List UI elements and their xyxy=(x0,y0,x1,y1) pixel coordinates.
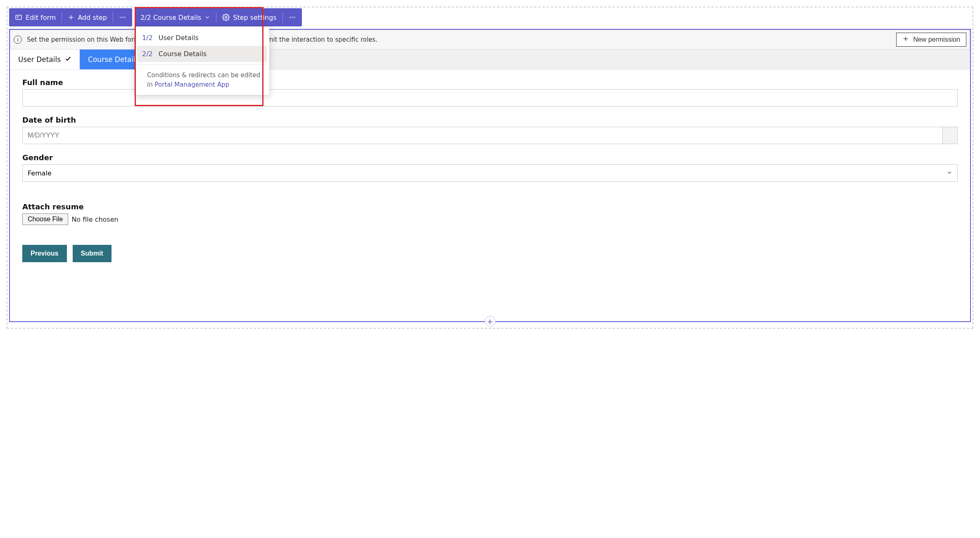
file-status: No file chosen xyxy=(71,216,118,223)
step-settings-label: Step settings xyxy=(233,14,276,21)
new-permission-label: New permission xyxy=(913,36,960,43)
tab-label: Course Details xyxy=(88,55,139,64)
step-index: 1/2 xyxy=(142,34,153,42)
gear-icon xyxy=(222,14,230,21)
form-icon xyxy=(15,14,22,21)
previous-button[interactable]: Previous xyxy=(22,245,67,262)
dob-input[interactable] xyxy=(22,127,943,144)
portal-management-link[interactable]: Portal Management App xyxy=(155,81,230,88)
dob-label: Date of birth xyxy=(22,116,958,124)
step-dropdown-panel: 1/2 User Details 2/2 Course Details Cond… xyxy=(135,26,269,95)
more-icon xyxy=(119,14,126,21)
choose-file-button[interactable]: Choose File xyxy=(22,213,68,225)
new-permission-button[interactable]: New permission xyxy=(896,33,966,47)
step-dropdown-button[interactable]: 2/2 Course Details xyxy=(135,8,216,26)
step-index: 2/2 xyxy=(142,50,153,58)
svg-point-7 xyxy=(124,17,126,18)
chevron-down-icon xyxy=(947,169,952,177)
step-settings-button[interactable]: Step settings xyxy=(216,8,282,26)
step-dropdown-label: 2/2 Course Details xyxy=(140,14,201,21)
add-step-label: Add step xyxy=(78,14,107,21)
form-body: Full name Date of birth Gender Female At… xyxy=(10,70,970,271)
gender-value: Female xyxy=(28,169,52,177)
toolbar: Edit form Add step 2/2 Course Details St… xyxy=(9,8,971,26)
edit-form-button[interactable]: Edit form xyxy=(9,8,62,26)
field-attach-resume: Attach resume Choose File No file chosen xyxy=(22,202,958,225)
more-icon xyxy=(289,14,296,21)
field-gender: Gender Female xyxy=(22,153,958,182)
resume-label: Attach resume xyxy=(22,202,958,211)
svg-point-9 xyxy=(289,17,291,18)
svg-point-10 xyxy=(292,17,293,18)
chevron-down-icon xyxy=(204,14,210,20)
step-option-user-details[interactable]: 1/2 User Details xyxy=(137,30,267,46)
plus-icon xyxy=(902,36,909,44)
add-section-handle[interactable]: + xyxy=(485,316,496,327)
plus-icon xyxy=(68,14,74,21)
step-option-label: Course Details xyxy=(159,50,206,58)
step-option-course-details[interactable]: 2/2 Course Details xyxy=(137,46,267,62)
tab-label: User Details xyxy=(18,55,61,64)
dropdown-footer: Conditions & redirects can be edited in … xyxy=(137,64,267,89)
tab-user-details[interactable]: User Details xyxy=(10,50,80,69)
svg-point-6 xyxy=(122,17,123,18)
check-icon xyxy=(65,55,71,64)
gender-select[interactable]: Female xyxy=(22,164,958,182)
field-date-of-birth: Date of birth xyxy=(22,116,958,144)
toolbar-group-form: Edit form Add step xyxy=(9,8,132,26)
more-form-button[interactable] xyxy=(113,8,132,26)
gender-label: Gender xyxy=(22,153,958,162)
svg-point-8 xyxy=(225,17,227,19)
add-step-button[interactable]: Add step xyxy=(62,8,113,26)
submit-button[interactable]: Submit xyxy=(73,245,112,262)
svg-point-5 xyxy=(120,17,121,18)
info-text-post: limit the interaction to specific roles. xyxy=(264,36,377,43)
step-option-label: User Details xyxy=(159,34,199,42)
toolbar-group-step: 2/2 Course Details Step settings 1/2 Use… xyxy=(135,8,302,26)
form-actions: Previous Submit xyxy=(22,245,958,267)
svg-rect-0 xyxy=(16,15,21,20)
svg-point-11 xyxy=(294,17,295,18)
edit-form-label: Edit form xyxy=(26,14,56,21)
dob-picker-button[interactable] xyxy=(943,127,958,144)
more-step-button[interactable] xyxy=(283,8,302,26)
editor-canvas: Edit form Add step 2/2 Course Details St… xyxy=(7,7,973,329)
info-icon: i xyxy=(14,36,22,44)
